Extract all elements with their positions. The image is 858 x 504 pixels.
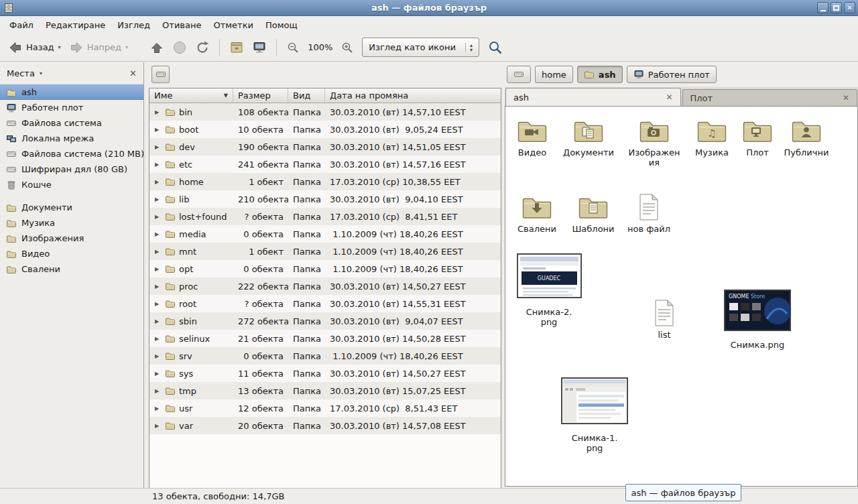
- icon-view-item[interactable]: GUADEC Снимка-2.png: [509, 253, 589, 327]
- sidebar-item[interactable]: Изображения: [0, 231, 143, 246]
- maximize-button[interactable]: [831, 2, 842, 13]
- tree-row[interactable]: ▶dev 190 обекта Папка 30.03.2010 (вт) 14…: [149, 138, 501, 155]
- path-button-Работен плот[interactable]: Работен плот: [627, 66, 717, 83]
- icon-view-item[interactable]: GNOME Store Снимка.png: [717, 290, 798, 350]
- back-button[interactable]: Назад ▾: [4, 38, 65, 58]
- tab[interactable]: ash ✕: [505, 88, 681, 106]
- sidebar-item[interactable]: ash: [0, 84, 143, 100]
- zoom-in-button[interactable]: [336, 38, 358, 57]
- tree-row[interactable]: ▶home 1 обект Папка 17.03.2010 (ср) 10,3…: [149, 173, 501, 190]
- titlebar[interactable]: ash — файлов браузър ✕: [0, 0, 858, 16]
- sidebar-item[interactable]: Видео: [0, 246, 143, 261]
- sidebar-item[interactable]: Музика: [0, 215, 143, 231]
- menu-item-1[interactable]: Редактиране: [40, 17, 111, 33]
- expander-icon[interactable]: ▶: [155, 144, 162, 150]
- tree-row[interactable]: ▶selinux 21 обекта Папка 30.03.2010 (вт)…: [149, 330, 501, 347]
- path-button-home[interactable]: home: [535, 66, 573, 83]
- expander-icon[interactable]: ▶: [155, 353, 162, 359]
- zoom-out-button[interactable]: [282, 38, 304, 57]
- column-header-date[interactable]: Дата на промяна: [325, 88, 501, 103]
- menu-item-5[interactable]: Помощ: [259, 17, 304, 33]
- tree-row[interactable]: ▶lib 210 обекта Папка 30.03.2010 (вт) 9,…: [149, 190, 501, 208]
- expander-icon[interactable]: ▶: [155, 336, 162, 342]
- places-close-button[interactable]: ✕: [129, 68, 137, 78]
- close-button[interactable]: ✕: [844, 2, 855, 13]
- tree-row[interactable]: ▶var 20 обекта Папка 30.03.2010 (вт) 14,…: [149, 417, 501, 434]
- file-date: 30.03.2010 (вт) 9,04,07 EEST: [325, 316, 501, 326]
- tab-close-icon[interactable]: ✕: [659, 92, 672, 102]
- stop-button[interactable]: [168, 38, 191, 58]
- expander-icon[interactable]: ▶: [155, 388, 162, 394]
- column-header-size[interactable]: Размер: [233, 88, 288, 103]
- sidebar-item[interactable]: Шифриран дял (80 GB): [0, 162, 143, 177]
- up-button[interactable]: [145, 38, 168, 58]
- drive-icon: [156, 69, 166, 80]
- icon-view-item[interactable]: list: [624, 300, 704, 340]
- forward-dropdown-icon[interactable]: ▾: [125, 44, 128, 50]
- tree-row[interactable]: ▶root ? обекта Папка 30.03.2010 (вт) 14,…: [149, 295, 501, 312]
- expander-icon[interactable]: ▶: [155, 423, 162, 429]
- expander-icon[interactable]: ▶: [155, 266, 162, 272]
- expander-icon[interactable]: ▶: [155, 127, 162, 133]
- tree-row[interactable]: ▶etc 241 обекта Папка 30.03.2010 (вт) 14…: [149, 155, 501, 173]
- path-button[interactable]: [507, 66, 531, 83]
- sidebar-item[interactable]: Свалени: [0, 261, 143, 277]
- folder-icon: [165, 281, 176, 292]
- reload-button[interactable]: [191, 38, 214, 58]
- column-header-name[interactable]: Име▼: [149, 88, 233, 103]
- sidebar-item[interactable]: Документи: [0, 200, 143, 215]
- tab[interactable]: Плот ✕: [682, 89, 858, 106]
- tree-row[interactable]: ▶opt 0 обекта Папка 1.10.2009 (чт) 18,40…: [149, 260, 501, 277]
- places-dropdown-icon[interactable]: ▾: [40, 70, 42, 76]
- tree-row[interactable]: ▶lost+found ? обекта Папка 17.03.2010 (с…: [149, 208, 501, 225]
- sidebar-item[interactable]: Кошче: [0, 177, 143, 192]
- expander-icon[interactable]: ▶: [155, 214, 162, 220]
- sidebar-item[interactable]: Файлова система (210 MB): [0, 146, 143, 162]
- tree-row[interactable]: ▶media 0 обекта Папка 1.10.2009 (чт) 18,…: [149, 225, 501, 243]
- forward-button[interactable]: Напред ▾: [65, 38, 133, 58]
- expander-icon[interactable]: ▶: [155, 231, 162, 237]
- expander-icon[interactable]: ▶: [155, 109, 162, 115]
- expander-icon[interactable]: ▶: [155, 196, 162, 202]
- back-dropdown-icon[interactable]: ▾: [58, 44, 61, 50]
- expander-icon[interactable]: ▶: [155, 371, 162, 377]
- expander-icon[interactable]: ▶: [155, 318, 162, 324]
- view-mode-select[interactable]: Изглед като икони ▴▾: [362, 38, 479, 57]
- tab-close-icon[interactable]: ✕: [836, 93, 849, 103]
- sidebar-item[interactable]: Файлова система: [0, 115, 143, 131]
- tree-row[interactable]: ▶sys 11 обекта Папка 30.03.2010 (вт) 14,…: [149, 365, 501, 382]
- expander-icon[interactable]: ▶: [155, 249, 162, 255]
- icon-view-item[interactable]: Снимка-1.png: [554, 377, 635, 453]
- column-header-type[interactable]: Вид: [288, 88, 325, 103]
- tree-row[interactable]: ▶mnt 1 обект Папка 1.10.2009 (чт) 18,40,…: [149, 243, 501, 260]
- menu-item-2[interactable]: Изглед: [111, 17, 156, 33]
- tree-row[interactable]: ▶usr 12 обекта Папка 17.03.2010 (ср) 8,5…: [149, 399, 501, 417]
- expander-icon[interactable]: ▶: [155, 179, 162, 185]
- root-path-button[interactable]: [151, 66, 170, 83]
- icon-view-item[interactable]: нов файл: [609, 194, 689, 234]
- expander-icon[interactable]: ▶: [155, 284, 162, 290]
- search-button[interactable]: [483, 37, 507, 58]
- expander-icon[interactable]: ▶: [155, 162, 162, 168]
- sidebar-item[interactable]: Работен плот: [0, 100, 143, 115]
- icon-view-item[interactable]: Публични: [766, 116, 847, 158]
- menu-item-3[interactable]: Отиване: [156, 17, 207, 33]
- minimize-button[interactable]: [817, 2, 829, 13]
- home-button[interactable]: [225, 38, 248, 58]
- tree-row[interactable]: ▶srv 0 обекта Папка 1.10.2009 (чт) 18,40…: [149, 347, 501, 365]
- tree-row[interactable]: ▶sbin 272 обекта Папка 30.03.2010 (вт) 9…: [149, 312, 501, 330]
- icon-view[interactable]: Видео Документи Изображения ♫ Музика Пло…: [505, 106, 858, 487]
- path-button-ash[interactable]: ash: [577, 66, 623, 83]
- menu-item-0[interactable]: Файл: [3, 17, 40, 33]
- places-title[interactable]: Места: [7, 68, 35, 78]
- tree-row[interactable]: ▶proc 222 обекта Папка 30.03.2010 (вт) 1…: [149, 277, 501, 295]
- computer-button[interactable]: [248, 38, 271, 58]
- expander-icon[interactable]: ▶: [155, 405, 162, 412]
- tree-row[interactable]: ▶tmp 13 обекта Папка 30.03.2010 (вт) 15,…: [149, 382, 501, 399]
- sidebar-item[interactable]: Локална мрежа: [0, 131, 143, 146]
- tree-row[interactable]: ▶bin 108 обекта Папка 30.03.2010 (вт) 14…: [149, 103, 501, 121]
- menu-item-4[interactable]: Отметки: [207, 17, 259, 33]
- file-type: Папка: [288, 194, 325, 204]
- expander-icon[interactable]: ▶: [155, 301, 162, 307]
- tree-row[interactable]: ▶boot 10 обекта Папка 30.03.2010 (вт) 9,…: [149, 121, 501, 138]
